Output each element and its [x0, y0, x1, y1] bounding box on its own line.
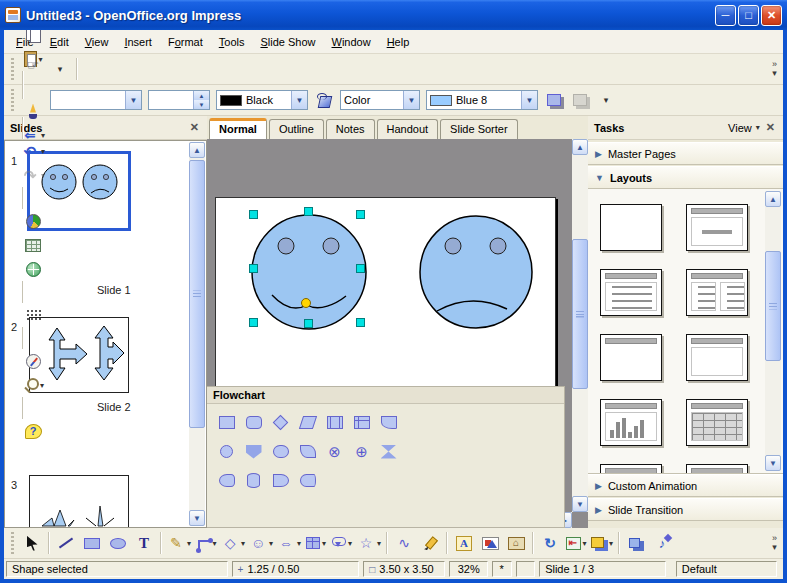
- layouts-section[interactable]: ▼ Layouts: [588, 166, 783, 189]
- layout-title-frame[interactable]: [686, 334, 748, 381]
- scroll-up-icon[interactable]: ▲: [189, 142, 205, 158]
- menu-insert[interactable]: Insert: [116, 33, 160, 51]
- menu-help[interactable]: Help: [379, 33, 418, 51]
- toolbar-grip[interactable]: [9, 532, 16, 554]
- flowchart2-dropdown-icon[interactable]: ▾: [322, 539, 326, 548]
- symbol-shapes-button[interactable]: ☺▾: [248, 531, 274, 555]
- diamond-dropdown-icon[interactable]: ▾: [241, 539, 245, 548]
- internal-storage-shape-button[interactable]: [350, 411, 374, 435]
- slides-close-icon[interactable]: ✕: [188, 121, 201, 134]
- menu-format[interactable]: Format: [160, 33, 211, 51]
- layout-title-bullets[interactable]: [600, 269, 662, 316]
- chart-button[interactable]: [20, 209, 46, 233]
- zoom-field[interactable]: 32%: [449, 561, 488, 577]
- shadow-button[interactable]: [542, 88, 566, 112]
- tasks-close-icon[interactable]: ✕: [764, 121, 777, 134]
- master-pages-section[interactable]: ▶ Master Pages: [588, 142, 783, 165]
- tab-handout[interactable]: Handout: [377, 119, 439, 139]
- selection-handle-top-right[interactable]: [356, 210, 365, 219]
- layout-partial-left[interactable]: [600, 464, 662, 474]
- curve-button[interactable]: ✎▾: [166, 531, 192, 555]
- layout-title-two-content[interactable]: [686, 269, 748, 316]
- arrange-dropdown-icon[interactable]: ▾: [609, 539, 613, 548]
- ellipse-button[interactable]: [106, 531, 130, 555]
- chevron-down-icon[interactable]: ▾: [756, 123, 760, 132]
- callouts-button[interactable]: ▾: [330, 531, 354, 555]
- menu-slide-show[interactable]: Slide Show: [252, 33, 323, 51]
- data-shape-button[interactable]: [296, 411, 320, 435]
- slide-3-thumbnail[interactable]: [29, 475, 129, 528]
- summing-junction-shape-button[interactable]: ⊗: [323, 440, 347, 464]
- toolbar-options-button[interactable]: ▾: [594, 88, 618, 112]
- callout-dropdown-icon[interactable]: ▾: [348, 539, 352, 548]
- area-style-button[interactable]: [312, 88, 336, 112]
- selection-handle-top-left[interactable]: [249, 210, 258, 219]
- selection-handle-top[interactable]: [304, 207, 313, 216]
- scroll-down-icon[interactable]: ▼: [189, 510, 205, 526]
- stars-button[interactable]: ☆▾: [356, 531, 382, 555]
- layout-title-only[interactable]: [600, 334, 662, 381]
- scroll-up-icon[interactable]: ▲: [572, 139, 588, 155]
- shadow-style-button[interactable]: [568, 88, 592, 112]
- select-button[interactable]: [20, 531, 44, 555]
- layout-blank[interactable]: [600, 204, 662, 251]
- line-color-select[interactable]: Black ▼: [216, 90, 308, 110]
- chevron-down-icon[interactable]: ▼: [125, 91, 141, 109]
- fill-type-select[interactable]: Color ▼: [340, 90, 420, 110]
- custom-animation-section[interactable]: ▶ Custom Animation: [588, 474, 783, 497]
- star-dropdown-icon[interactable]: ▾: [377, 539, 381, 548]
- chevron-down-icon[interactable]: ▼: [521, 91, 537, 109]
- maximize-button[interactable]: □: [738, 5, 759, 26]
- basic-shapes-button[interactable]: ◇▾: [220, 531, 246, 555]
- close-button[interactable]: ✕: [761, 5, 782, 26]
- rotate-button[interactable]: ↻: [538, 531, 562, 555]
- line-dialog-button[interactable]: [20, 99, 46, 123]
- zoomtool-dropdown-icon[interactable]: ▾: [40, 381, 44, 390]
- smiley2-dropdown-icon[interactable]: ▾: [269, 539, 273, 548]
- table-button[interactable]: [20, 233, 46, 257]
- collate-shape-button[interactable]: [377, 440, 401, 464]
- pencil-button[interactable]: [418, 531, 442, 555]
- layouts-scrollbar[interactable]: ▲ ▼: [765, 191, 781, 471]
- extrusion-button[interactable]: [624, 531, 648, 555]
- fontwork-gallery-button[interactable]: A: [452, 531, 476, 555]
- connector-button[interactable]: ▾: [194, 531, 218, 555]
- spin-down-icon[interactable]: ▼: [194, 100, 209, 109]
- layout-title-chart[interactable]: [600, 399, 662, 446]
- chevron-down-icon[interactable]: ▼: [403, 91, 419, 109]
- alignment-button[interactable]: ⇤▾: [564, 531, 588, 555]
- slide-canvas[interactable]: [215, 197, 556, 403]
- from-file-button[interactable]: [478, 531, 502, 555]
- scroll-up-icon[interactable]: ▲: [765, 191, 781, 207]
- minimize-button[interactable]: ─: [715, 5, 736, 26]
- menu-view[interactable]: View: [77, 33, 117, 51]
- align-dropdown-icon[interactable]: ▾: [583, 539, 587, 548]
- layout-title-table[interactable]: [686, 399, 748, 446]
- redo-dropdown-icon[interactable]: ▾: [41, 171, 45, 180]
- canvas-vertical-scrollbar[interactable]: ▲ ▼: [572, 139, 588, 512]
- layout-title-content[interactable]: [686, 204, 748, 251]
- magnetic-disc-shape-button[interactable]: [242, 469, 266, 493]
- delay-shape-button[interactable]: [269, 469, 293, 493]
- layout-partial-right[interactable]: [686, 464, 748, 474]
- connector-dropdown-icon[interactable]: ▾: [213, 539, 217, 548]
- toolbar-grip[interactable]: [9, 89, 16, 111]
- scroll-down-icon[interactable]: ▼: [765, 455, 781, 471]
- spin-up-icon[interactable]: ▲: [194, 91, 209, 100]
- or-shape-button[interactable]: ⊕: [350, 440, 374, 464]
- redo-button[interactable]: ↷▾: [20, 163, 46, 187]
- menu-window[interactable]: Window: [324, 33, 379, 51]
- flowcharts-button[interactable]: ▾: [304, 531, 328, 555]
- curve-dropdown-icon[interactable]: ▾: [187, 539, 191, 548]
- off-page-connector-shape-button[interactable]: [242, 440, 266, 464]
- terminator-shape-button[interactable]: [269, 440, 293, 464]
- line-width-spinner[interactable]: ▲▼: [148, 90, 210, 110]
- tab-normal[interactable]: Normal: [209, 118, 267, 139]
- cursor-position-field[interactable]: + 1.25 / 0.50: [232, 561, 360, 577]
- predefined-process-shape-button[interactable]: [323, 411, 347, 435]
- text-button[interactable]: T: [132, 531, 156, 555]
- toolbar-grip[interactable]: [9, 58, 16, 80]
- edit-points-mode-button[interactable]: ☞: [20, 53, 46, 77]
- display-grid-button[interactable]: [20, 303, 46, 327]
- alternate-process-shape-button[interactable]: [242, 411, 266, 435]
